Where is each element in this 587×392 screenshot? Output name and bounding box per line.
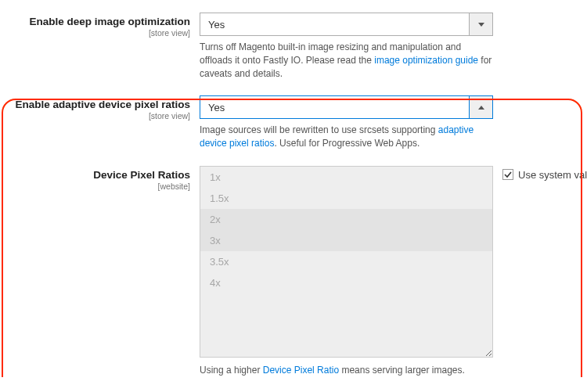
enable-deep-image-opt-select[interactable]: Yes xyxy=(200,13,493,36)
field-label-cell: Device Pixel Ratios [website] xyxy=(0,164,200,191)
field-scope: [store view] xyxy=(6,28,190,38)
select-value: Yes xyxy=(200,96,469,118)
config-row-device-pixel-ratios: Device Pixel Ratios [website] 1x1.5x2x3x… xyxy=(0,164,587,377)
help-text: Using a higher xyxy=(200,365,263,376)
listbox-option[interactable]: 1.5x xyxy=(200,188,492,209)
listbox-option[interactable]: 3x xyxy=(200,230,492,251)
config-row-deep-image-opt: Enable deep image optimization [store vi… xyxy=(0,11,587,80)
field-control-cell: Yes Turns off Magento built-in image res… xyxy=(200,11,493,80)
field-help: Using a higher Device Pixel Ratio means … xyxy=(200,364,493,377)
image-optimization-guide-link[interactable]: image optimization guide xyxy=(374,55,478,66)
use-system-value-row[interactable]: Use system value xyxy=(502,169,587,181)
listbox-option[interactable]: 1x xyxy=(200,167,492,188)
field-control-cell: Yes Image sources will be rewritten to u… xyxy=(200,94,493,150)
field-control-cell: 1x1.5x2x3x3.5x4x Using a higher Device P… xyxy=(200,164,493,377)
field-label: Device Pixel Ratios xyxy=(6,169,190,181)
listbox-option[interactable]: 4x xyxy=(200,272,492,293)
listbox-option[interactable]: 2x xyxy=(200,209,492,230)
field-label-cell: Enable adaptive device pixel ratios [sto… xyxy=(0,94,200,120)
field-scope: [store view] xyxy=(6,111,190,120)
help-text: Image sources will be rewritten to use s… xyxy=(200,124,438,135)
field-help: Image sources will be rewritten to use s… xyxy=(200,124,493,150)
use-system-value-checkbox[interactable] xyxy=(502,169,513,180)
select-value: Yes xyxy=(200,13,469,35)
device-pixel-ratio-link[interactable]: Device Pixel Ratio xyxy=(263,365,339,376)
field-label: Enable adaptive device pixel ratios xyxy=(6,99,190,110)
field-scope: [website] xyxy=(6,182,190,191)
enable-adaptive-dpr-select[interactable]: Yes xyxy=(200,95,493,119)
field-help: Turns off Magento built-in image resizin… xyxy=(200,41,493,80)
help-text: . Useful for Progressive Web Apps. xyxy=(274,138,420,149)
field-label: Enable deep image optimization xyxy=(6,16,190,27)
listbox-option[interactable]: 3.5x xyxy=(200,251,492,272)
chevron-down-icon xyxy=(469,13,492,35)
use-system-value-label: Use system value xyxy=(518,169,587,181)
field-label-cell: Enable deep image optimization [store vi… xyxy=(0,11,200,38)
config-row-adaptive-dpr: Enable adaptive device pixel ratios [sto… xyxy=(0,94,587,150)
field-extra-cell: Use system value xyxy=(493,164,587,181)
help-text: means serving larger images. xyxy=(339,365,465,376)
device-pixel-ratios-listbox[interactable]: 1x1.5x2x3x3.5x4x xyxy=(200,166,493,358)
chevron-up-icon xyxy=(469,96,492,118)
check-icon xyxy=(504,171,512,178)
